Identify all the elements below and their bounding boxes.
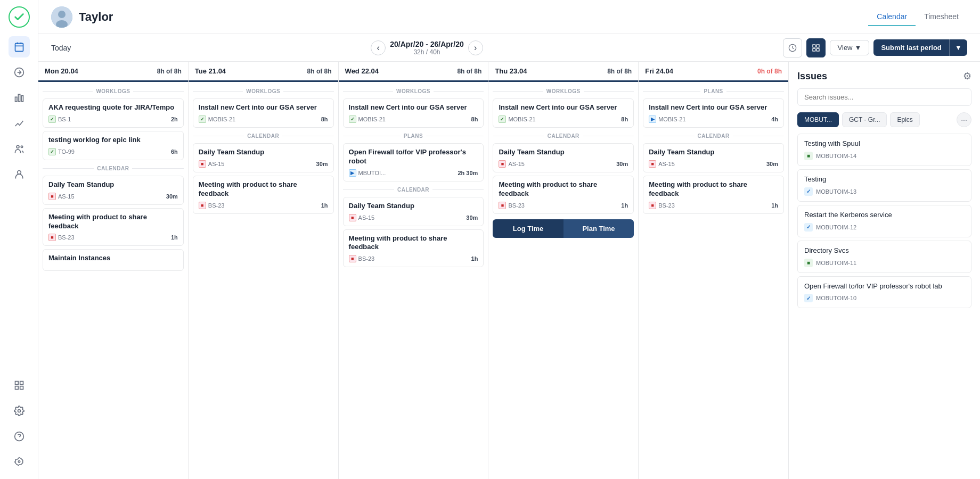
submit-last-period-button[interactable]: Submit last period [873, 39, 949, 56]
issue-id-4: MOBUTOIM-10 [816, 295, 856, 301]
sidebar-logo[interactable] [9, 6, 30, 28]
log-time-button[interactable]: Log Time [493, 219, 563, 238]
card-title: AKA requesting quote for JIRA/Tempo [48, 103, 178, 112]
filter-gct[interactable]: GCT - Gr... [842, 112, 887, 127]
tab-calendar[interactable]: Calendar [868, 8, 916, 26]
card-mobis21-thu[interactable]: Install new Cert into our GSA server ✓ M… [493, 98, 634, 128]
card-bs23-mon[interactable]: Meeting with product to share feedback ■… [43, 208, 184, 246]
sidebar-item-person[interactable] [9, 164, 30, 185]
issues-title: Issues [797, 71, 827, 82]
ticket-icon-calendar: ■ [199, 202, 206, 209]
card-bs1[interactable]: AKA requesting quote for JIRA/Tempo ✓ BS… [43, 98, 184, 128]
ticket-icon-calendar: ■ [499, 202, 506, 209]
filter-more-button[interactable]: ··· [957, 112, 971, 127]
issue-item-3[interactable]: Directory Svcs ■ MOBUTOIM-11 [797, 241, 971, 273]
header-tabs: Calendar Timesheet [868, 8, 967, 26]
sidebar-item-rocket[interactable] [9, 451, 30, 473]
ticket-icon-calendar: ■ [349, 214, 356, 221]
sidebar-item-chart-bar[interactable] [9, 87, 30, 109]
ticket-info: ■ AS-15 [199, 160, 225, 168]
day-header-fri: Fri 24.04 0h of 8h [639, 62, 788, 82]
card-mobis21-fri[interactable]: Install new Cert into our GSA server ▶ M… [643, 98, 784, 128]
ticket-id: TO-99 [58, 148, 75, 155]
sidebar-item-grid[interactable] [9, 375, 30, 396]
card-meta: ▶ MOBIS-21 4h [649, 115, 778, 123]
view-button[interactable]: View ▼ [830, 40, 870, 55]
card-maintain-mon[interactable]: Maintain Instances [43, 249, 184, 271]
issue-item-0[interactable]: Testing with Spuul ■ MOBUTOIM-14 [797, 134, 971, 166]
card-bs23-thu[interactable]: Meeting with product to share feedback ■… [493, 176, 634, 214]
ticket-id: BS-23 [358, 255, 375, 262]
card-mobis21-tue[interactable]: Install new Cert into our GSA server ✓ M… [193, 98, 334, 128]
card-bs23-tue[interactable]: Meeting with product to share feedback ■… [193, 176, 334, 214]
sidebar-item-chart-line[interactable] [9, 113, 30, 134]
day-name-tue: Tue 21.04 [195, 67, 226, 75]
card-as15-mon[interactable]: Daily Team Standup ■ AS-15 30m [43, 176, 184, 205]
ticket-icon-done: ✓ [199, 115, 206, 123]
submit-dropdown-arrow[interactable]: ▼ [949, 39, 967, 56]
card-time: 30m [316, 161, 328, 167]
today-button[interactable]: Today [51, 40, 71, 55]
tab-timesheet[interactable]: Timesheet [916, 8, 967, 26]
sidebar-item-team[interactable] [9, 138, 30, 160]
clock-icon-btn[interactable] [783, 38, 802, 57]
card-time: 30m [166, 193, 178, 200]
svg-rect-6 [15, 97, 17, 101]
log-plan-buttons: Log Time Plan Time [493, 219, 634, 238]
issue-icon-4: ✓ [804, 294, 813, 302]
prev-arrow[interactable]: ‹ [371, 40, 386, 55]
ticket-id: BS-23 [508, 202, 525, 209]
card-as15-wed[interactable]: Daily Team Standup ■ AS-15 30m [343, 197, 484, 226]
card-meta: ■ AS-15 30m [349, 214, 478, 221]
sidebar-item-calendar[interactable] [9, 36, 30, 57]
sidebar-item-forward[interactable] [9, 62, 30, 83]
ticket-icon-done: ✓ [48, 148, 56, 155]
day-header-mon: Mon 20.04 8h of 8h [38, 62, 188, 82]
ticket-info: ■ BS-23 [499, 202, 525, 209]
ticket-id: AS-15 [58, 193, 75, 200]
card-to99[interactable]: testing worklog for epic link ✓ TO-99 6h [43, 131, 184, 160]
issue-item-4[interactable]: Open Firewall to/for VIP professor's rob… [797, 276, 971, 309]
hours-fri: 0h of 8h [757, 68, 782, 75]
svg-rect-12 [15, 382, 18, 385]
card-bs23-fri[interactable]: Meeting with product to share feedback ■… [643, 176, 784, 214]
card-firewall-wed[interactable]: Open Firewall to/for VIP professor's rob… [343, 143, 484, 181]
filter-mobut[interactable]: MOBUT... [797, 112, 839, 127]
day-name-fri: Fri 24.04 [645, 67, 673, 75]
issue-meta-4: ✓ MOBUTOIM-10 [804, 294, 965, 302]
plan-time-button[interactable]: Plan Time [564, 219, 634, 238]
next-arrow[interactable]: › [468, 40, 483, 55]
issue-title-0: Testing with Spuul [804, 139, 965, 148]
issue-icon-0: ■ [804, 152, 813, 160]
ticket-id: BS-23 [58, 234, 75, 241]
section-worklogs-mon: WORKLOGS [43, 88, 184, 94]
day-content-fri: PLANS Install new Cert into our GSA serv… [639, 82, 788, 479]
sidebar-item-help[interactable] [9, 426, 30, 447]
issue-item-1[interactable]: Testing ✓ MOBUTOIM-13 [797, 169, 971, 202]
issue-item-2[interactable]: Restart the Kerberos service ✓ MOBUTOIM-… [797, 205, 971, 237]
sidebar-item-settings[interactable] [9, 400, 30, 422]
avatar-image [51, 6, 72, 28]
card-as15-thu[interactable]: Daily Team Standup ■ AS-15 30m [493, 143, 634, 172]
user-name: Taylor [79, 10, 113, 24]
card-as15-tue[interactable]: Daily Team Standup ■ AS-15 30m [193, 143, 334, 172]
issue-icon-3: ■ [804, 259, 813, 267]
card-title: Install new Cert into our GSA server [649, 103, 778, 112]
card-meta: ■ BS-23 1h [349, 255, 478, 262]
grid-icon-btn[interactable] [806, 38, 826, 57]
main-content: Taylor Calendar Timesheet Today ‹ 20/Apr… [38, 0, 980, 479]
filter-epics[interactable]: Epics [890, 112, 919, 127]
card-meta: ✓ MOBIS-21 8h [199, 115, 328, 123]
ticket-info: ✓ MOBIS-21 [199, 115, 235, 123]
svg-rect-7 [18, 94, 20, 101]
svg-point-9 [17, 145, 19, 148]
card-mobis21-wed[interactable]: Install new Cert into our GSA server ✓ M… [343, 98, 484, 128]
date-range: 20/Apr/20 - 26/Apr/20 32h / 40h [390, 40, 464, 56]
card-as15-fri[interactable]: Daily Team Standup ■ AS-15 30m [643, 143, 784, 172]
ticket-icon-done: ✓ [48, 115, 56, 123]
day-column-wed: Wed 22.04 8h of 8h WORKLOGS Install new … [339, 62, 489, 479]
gear-icon[interactable]: ⚙ [963, 70, 971, 82]
card-bs23-wed[interactable]: Meeting with product to share feedback ■… [343, 229, 484, 268]
issue-icon-1: ✓ [804, 187, 813, 196]
issues-search-input[interactable] [797, 88, 971, 106]
